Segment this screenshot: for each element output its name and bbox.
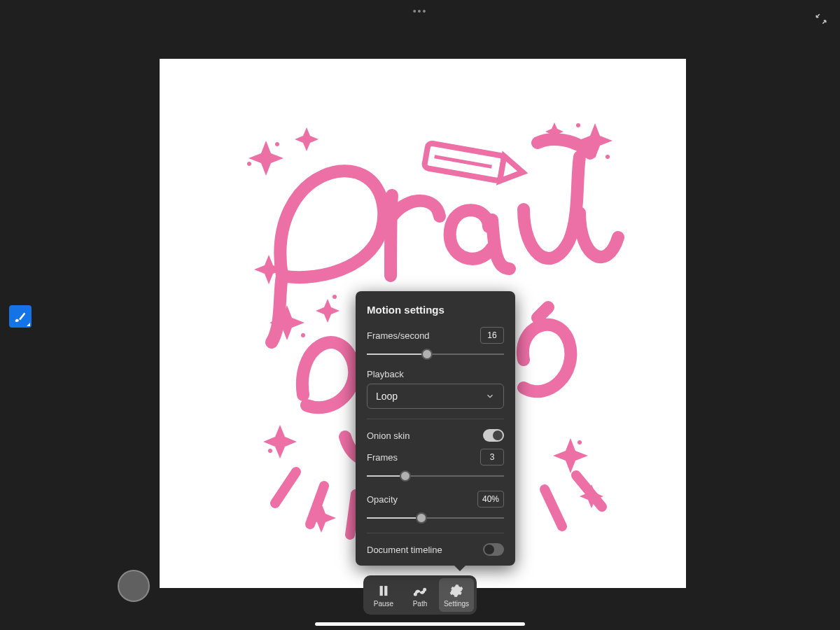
svg-point-18 [414,593,416,595]
pause-button[interactable]: Pause [366,578,401,612]
divider [367,419,504,419]
onion-frames-label: Frames [367,452,398,463]
settings-button[interactable]: Settings [439,578,474,612]
svg-rect-16 [380,586,382,595]
playback-value: Loop [376,391,398,402]
svg-point-14 [301,333,305,337]
onion-opacity-slider[interactable] [367,512,504,524]
svg-point-11 [606,155,610,159]
fps-value[interactable]: 16 [480,327,504,344]
svg-point-12 [268,449,272,453]
path-label: Path [413,600,428,608]
onion-opacity-value[interactable]: 40% [477,491,504,507]
fps-label: Frames/second [367,330,430,341]
fps-slider[interactable] [367,348,504,360]
svg-line-6 [545,489,562,526]
svg-point-9 [275,142,279,146]
playback-select[interactable]: Loop [367,384,504,409]
touch-puck[interactable] [118,570,150,602]
svg-point-10 [576,123,580,127]
pause-label: Pause [374,600,393,608]
panel-title: Motion settings [367,304,504,316]
exit-fullscreen-icon[interactable] [815,13,827,25]
onion-opacity-label: Opacity [367,494,398,505]
onion-frames-value[interactable]: 3 [480,449,504,465]
divider [367,533,504,533]
svg-point-8 [247,162,251,166]
home-indicator[interactable] [315,622,525,626]
motion-toolbar: Pause Path Settings [363,575,477,615]
onion-frames-slider[interactable] [367,470,504,482]
motion-settings-panel: Motion settings Frames/second 16 Playbac… [356,291,515,566]
path-icon [413,583,427,598]
document-timeline-toggle[interactable] [483,543,504,556]
svg-point-19 [424,588,426,590]
document-timeline-label: Document timeline [367,545,442,555]
svg-point-15 [332,295,337,299]
window-handle-dots[interactable]: ••• [413,6,428,17]
svg-line-4 [350,494,356,535]
path-button[interactable]: Path [402,578,438,612]
settings-label: Settings [444,600,469,608]
playback-label: Playback [367,369,404,379]
onion-skin-label: Onion skin [367,430,410,441]
svg-point-13 [578,440,582,444]
brush-tool-button[interactable] [9,305,31,328]
gear-icon [449,583,463,598]
svg-rect-17 [385,586,387,595]
tool-expand-indicator-icon [27,323,30,326]
svg-line-2 [275,472,296,503]
pause-icon [377,583,391,598]
onion-skin-toggle[interactable] [483,429,504,442]
chevron-down-icon [485,391,495,401]
